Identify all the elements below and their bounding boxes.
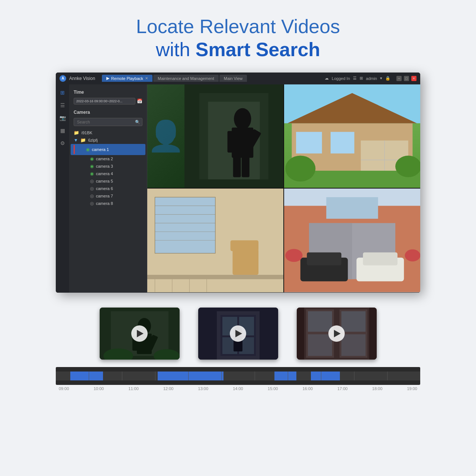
device-name-6zlpfj: 6zlpfj xyxy=(88,138,98,142)
app-logo: A xyxy=(60,75,66,82)
cam-icon-1: ◉ xyxy=(86,147,90,152)
scrubber-label-15: 15:00 xyxy=(268,386,278,391)
cam-icon-5: ◎ xyxy=(90,178,94,184)
video-grid xyxy=(147,84,420,292)
svg-point-48 xyxy=(405,250,420,261)
scrubber-bar[interactable] xyxy=(56,367,420,385)
play-triangle-1 xyxy=(137,330,144,337)
cam-icon-3: ◉ xyxy=(90,164,94,169)
scrubber-label-13: 13:00 xyxy=(198,386,209,391)
search-box: 🔍 xyxy=(74,118,142,126)
svg-rect-30 xyxy=(232,249,258,275)
cam-icon-8: ◎ xyxy=(90,201,94,206)
scrubber-section: 09:00 10:00 11:00 12:00 13:00 14:00 15:0… xyxy=(56,367,420,391)
tree-camera-1[interactable]: ◉ camera 1 xyxy=(71,144,145,155)
sidebar-icon-camera[interactable]: 📷 xyxy=(57,113,68,123)
camera-8-label: camera 8 xyxy=(96,201,113,206)
list-icon: ☰ xyxy=(353,76,357,81)
tree-camera-3[interactable]: ◉ camera 3 xyxy=(71,163,145,170)
svg-rect-32 xyxy=(147,275,283,279)
svg-rect-42 xyxy=(326,197,378,219)
play-button-2[interactable] xyxy=(230,325,246,342)
main-content: ⊞ ☰ 📷 ▦ ⚙ Time 📅 Camera 🔍 📁 i91BK xyxy=(56,84,420,293)
logged-in-status: Logged In xyxy=(332,76,350,81)
scrubber-label-14: 14:00 xyxy=(233,386,243,391)
tree-camera-7[interactable]: ◎ camera 7 xyxy=(71,192,145,200)
svg-rect-5 xyxy=(228,131,236,152)
scrubber-track xyxy=(56,372,420,380)
svg-rect-73 xyxy=(341,334,366,356)
camera-2-label: camera 2 xyxy=(96,157,113,161)
thumbnail-1[interactable] xyxy=(100,308,180,360)
minimize-button[interactable]: − xyxy=(396,76,402,81)
scrubber-labels: 09:00 10:00 11:00 12:00 13:00 14:00 15:0… xyxy=(56,386,420,391)
sidebar-icon-menu[interactable]: ☰ xyxy=(57,100,68,110)
date-row: 📅 xyxy=(69,96,147,106)
lock-icon: 🔒 xyxy=(385,76,390,81)
camera-tree: 📁 i91BK ▼ 📁 6zlpfj ◉ camera 1 xyxy=(69,129,147,289)
svg-rect-46 xyxy=(363,253,398,266)
scrubber-label-17: 17:00 xyxy=(337,386,348,391)
window-controls: − □ ✕ xyxy=(396,76,416,81)
title-bar-tabs: ▶ Remote Playback ✕ Maintenance and Mana… xyxy=(102,75,322,82)
scrubber-label-16: 16:00 xyxy=(302,386,313,391)
tab-remote-playback[interactable]: ▶ Remote Playback ✕ xyxy=(102,75,152,82)
thumbnails-row xyxy=(56,308,420,360)
playback-controls: 🔊 ⚙ ⬇ ⏮ ◀ 09:01:46 ⏸ ▶ ⏪ 1x ⏩ ▦ ⊞ ⛶ ⚙ xyxy=(147,292,420,293)
left-panel: Time 📅 Camera 🔍 📁 i91BK ▼ 📁 xyxy=(69,84,147,293)
svg-point-47 xyxy=(285,249,302,262)
grid-icon: ⊞ xyxy=(360,76,363,81)
svg-rect-8 xyxy=(242,155,250,177)
tree-device-6zlpfj[interactable]: ▼ 📁 6zlpfj xyxy=(71,136,145,144)
camera-4-label: camera 4 xyxy=(96,171,113,176)
calendar-icon[interactable]: 📅 xyxy=(137,99,142,104)
maximize-button[interactable]: □ xyxy=(404,76,409,81)
sidebar-icon-grid[interactable]: ⊞ xyxy=(57,87,68,98)
tree-camera-6[interactable]: ◎ camera 6 xyxy=(71,185,145,192)
cam-icon-2: ◉ xyxy=(90,156,94,161)
camera-6-label: camera 6 xyxy=(96,186,113,191)
sidebar-icons: ⊞ ☰ 📷 ▦ ⚙ xyxy=(56,84,69,293)
play-button-3[interactable] xyxy=(328,325,345,342)
hero-line2: with Smart Search xyxy=(136,38,340,61)
svg-rect-44 xyxy=(307,253,341,266)
svg-rect-71 xyxy=(341,311,366,332)
tree-camera-4[interactable]: ◉ camera 4 xyxy=(71,170,145,177)
dropdown-arrow-icon[interactable]: ▾ xyxy=(380,76,382,81)
thumbnail-2[interactable] xyxy=(198,308,278,360)
sidebar-icon-tablet[interactable]: ▦ xyxy=(57,125,68,136)
svg-rect-17 xyxy=(331,132,354,153)
hero-line1: Locate Relevant Videos xyxy=(136,15,340,38)
close-button[interactable]: ✕ xyxy=(411,76,416,81)
tree-camera-5[interactable]: ◎ camera 5 xyxy=(71,177,145,185)
title-bar-right: ☁ Logged In ☰ ⊞ admin ▾ 🔒 xyxy=(325,76,390,81)
app-window: A Annke Vision ▶ Remote Playback ✕ Maint… xyxy=(56,73,420,293)
date-input[interactable] xyxy=(74,98,135,104)
cloud-icon: ☁ xyxy=(325,76,329,81)
svg-point-20 xyxy=(395,155,420,177)
video-cell-2 xyxy=(284,84,420,188)
video-area: 🔊 ⚙ ⬇ ⏮ ◀ 09:01:46 ⏸ ▶ ⏪ 1x ⏩ ▦ ⊞ ⛶ ⚙ xyxy=(147,84,420,293)
hero-line2-prefix: with xyxy=(156,39,196,60)
tree-camera-8[interactable]: ◎ camera 8 xyxy=(71,200,145,207)
play-button-1[interactable] xyxy=(131,325,148,342)
camera-7-label: camera 7 xyxy=(96,194,113,198)
search-icon: 🔍 xyxy=(135,119,140,124)
scrubber-label-10: 10:00 xyxy=(94,386,104,391)
tree-camera-2[interactable]: ◉ camera 2 xyxy=(71,155,145,163)
thumbnail-3[interactable] xyxy=(297,308,377,360)
camera-1-label: camera 1 xyxy=(92,147,109,152)
time-section-label: Time xyxy=(69,88,147,96)
svg-point-19 xyxy=(285,155,315,181)
video-cell-4 xyxy=(284,189,420,292)
video-cell-3 xyxy=(147,189,283,292)
search-input[interactable] xyxy=(74,118,142,126)
tab-main-view[interactable]: Main View xyxy=(219,75,247,82)
expand-icon: ▼ xyxy=(74,138,78,143)
sidebar-icon-settings[interactable]: ⚙ xyxy=(57,138,68,148)
tab-maintenance[interactable]: Maintenance and Management xyxy=(153,75,219,82)
scrubber-label-11: 11:00 xyxy=(128,386,139,391)
svg-rect-70 xyxy=(308,311,332,332)
tree-device-i91bk[interactable]: 📁 i91BK xyxy=(71,129,145,136)
svg-point-3 xyxy=(234,108,251,130)
